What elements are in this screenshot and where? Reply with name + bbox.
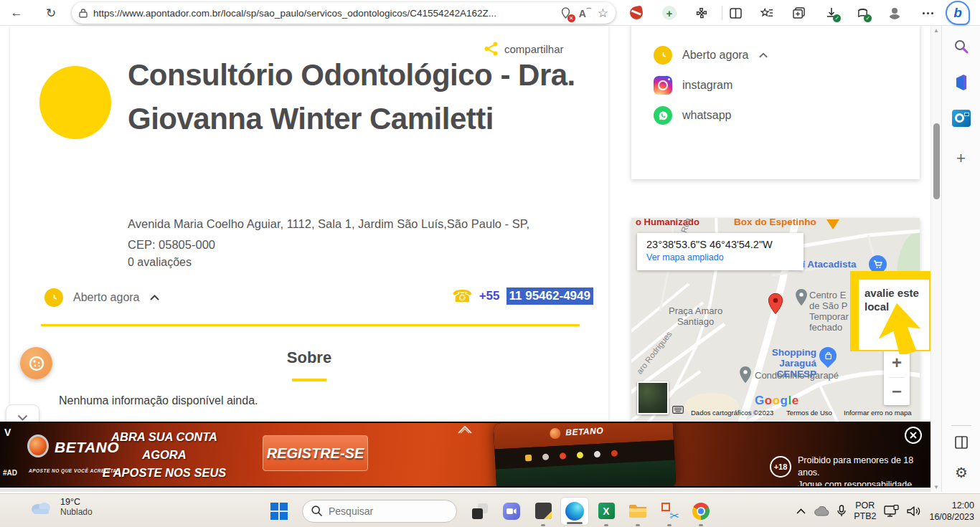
ad-headline-line: ESPORTES FAVORITOS [90, 482, 238, 488]
adblock-icon [628, 5, 644, 20]
split-screen-button[interactable] [725, 2, 746, 24]
back-button[interactable]: ← [6, 2, 27, 24]
search-icon [953, 39, 969, 54]
search-icon [311, 505, 322, 516]
zoom-out-button[interactable]: − [892, 378, 902, 406]
scroll-down-arrow[interactable]: ▼ [931, 484, 941, 490]
address-bar[interactable]: https://www.apontador.com.br/local/sp/sa… [72, 2, 616, 24]
map-terms-link[interactable]: Termos de Uso [786, 409, 832, 417]
clock-widget[interactable]: 12:00 16/08/2023 [929, 500, 974, 523]
weather-widget[interactable]: 19°C Nublado [29, 497, 93, 517]
link-label: Aberto agora [682, 49, 749, 62]
red-map-pin[interactable] [768, 293, 783, 315]
scroll-up-arrow[interactable]: ▲ [931, 27, 941, 34]
sidebar-outlook-button[interactable] [949, 106, 974, 130]
weather-temperature: 19°C [60, 497, 93, 507]
sidebar-settings-button[interactable]: ⚙ [949, 460, 974, 485]
rate-place-callout[interactable]: avalie este local [850, 271, 930, 351]
copilot-button[interactable]: b [946, 1, 970, 25]
url-text[interactable]: https://www.apontador.com.br/local/sp/sa… [93, 8, 553, 19]
start-button[interactable] [263, 495, 295, 527]
favorite-button[interactable]: ☆ [598, 6, 608, 21]
taskbar-item-excel[interactable]: X [590, 495, 622, 527]
running-indicator [636, 524, 640, 526]
favorites-button[interactable] [756, 2, 778, 24]
search-input[interactable] [329, 505, 436, 517]
downloads-button[interactable]: ✓ [821, 2, 842, 24]
about-empty-text: Nenhuma informação disponível ainda. [59, 394, 258, 407]
gear-icon: ⚙ [955, 464, 968, 481]
open-now-label: Aberto agora [73, 291, 140, 304]
taskbar-item-chrome[interactable] [685, 495, 717, 527]
adblock-extension-button[interactable] [626, 2, 647, 24]
wallet-button[interactable]: ✓ [852, 2, 873, 24]
taskbar-item-snipping-tool[interactable]: ✂ [654, 495, 685, 527]
age-badge: +18 [770, 456, 791, 478]
sidebar-customize-button[interactable] [949, 430, 974, 455]
site-permissions-button[interactable]: ✕ [559, 6, 573, 20]
map-report-error-link[interactable]: Informar erro no mapa [844, 409, 912, 417]
page-scrollbar[interactable]: ▲ ▼ [930, 26, 941, 492]
instagram-link[interactable]: instagram [654, 76, 732, 95]
phone-row[interactable]: ☎ +55 11 95462-4949 [452, 287, 593, 305]
whatsapp-link[interactable]: whatsapp [654, 106, 732, 125]
tray-chevron-up-icon[interactable] [796, 508, 806, 514]
microphone-icon[interactable] [837, 505, 846, 517]
plus-icon: + [662, 6, 677, 20]
profile-button[interactable] [884, 2, 905, 24]
network-icon[interactable] [884, 505, 899, 518]
plus-icon: + [956, 149, 966, 168]
ad-headline-line: ABRA SUA CONTA AGORA [90, 428, 238, 464]
open-now-link[interactable]: Aberto agora [654, 46, 768, 65]
profile-icon [888, 6, 901, 19]
ad-close-button[interactable] [905, 427, 922, 444]
language-line: PTB2 [854, 511, 876, 522]
open-now-toggle[interactable]: Aberto agora [44, 288, 159, 307]
collections-button[interactable] [788, 2, 809, 24]
language-line: POR [854, 500, 876, 511]
running-indicator [604, 524, 608, 526]
extensions-button[interactable] [690, 2, 712, 24]
keyboard-icon[interactable] [672, 406, 684, 414]
language-indicator[interactable]: POR PTB2 [854, 500, 876, 522]
taskbar-search-box[interactable] [302, 500, 457, 523]
sport-icon [611, 450, 618, 456]
ad-collapse-chevron-icon[interactable] [457, 425, 473, 435]
ad-tag: #AD [3, 469, 17, 477]
close-icon [910, 432, 917, 439]
sidebar-add-button[interactable]: + [949, 146, 974, 171]
onedrive-icon[interactable] [814, 506, 829, 516]
satellite-view-toggle[interactable] [637, 381, 669, 414]
business-address: Avenida Maria Coelho Aguiar, 1112, Sala … [128, 214, 558, 255]
map-info-box: 23°38'53.6"S 46°43'54.2"W Ver mapa ampli… [637, 233, 804, 270]
sidebar-search-button[interactable] [949, 34, 974, 59]
taskbar-item-task-view[interactable] [464, 495, 496, 527]
refresh-button[interactable]: ↻ [40, 2, 62, 24]
ad-register-button[interactable]: REGISTRE-SE [263, 435, 368, 471]
speaker-icon[interactable] [907, 505, 921, 517]
expand-map-link[interactable]: Ver mapa ampliado [646, 252, 724, 262]
more-options-button[interactable] [917, 2, 938, 24]
taskbar-item-chat[interactable] [496, 495, 527, 527]
cookie-consent-button[interactable] [20, 347, 52, 379]
taskbar-item-edge-active[interactable] [560, 497, 589, 526]
system-tray: POR PTB2 12:00 16/08/2023 [796, 494, 974, 527]
add-extension-button[interactable]: + [659, 2, 680, 24]
read-aloud-button[interactable]: A⌒ [579, 7, 592, 19]
reviews-count[interactable]: 0 avaliações [128, 256, 192, 269]
google-logo[interactable]: Google [755, 394, 799, 408]
whatsapp-icon [654, 106, 672, 125]
sport-icon [525, 454, 532, 460]
weather-condition: Nublado [60, 507, 93, 517]
section-divider [41, 324, 580, 326]
scrollbar-thumb[interactable] [933, 123, 940, 199]
betano-ad-banner[interactable]: V #AD BETANO BETANO APOSTE NO QUE VOCÊ A… [0, 422, 930, 488]
download-done-badge: ✓ [833, 14, 841, 22]
phone-number-selected[interactable]: 11 95462-4949 [507, 288, 593, 305]
sidebar-microsoft365-button[interactable] [949, 70, 974, 95]
taskbar-item-sticky-notes[interactable] [527, 495, 559, 527]
phone-prefix: +55 [479, 289, 500, 303]
microsoft-365-icon [953, 74, 969, 91]
ad-phone-brand: BETANO [565, 426, 603, 438]
taskbar-item-file-explorer[interactable] [622, 495, 654, 527]
